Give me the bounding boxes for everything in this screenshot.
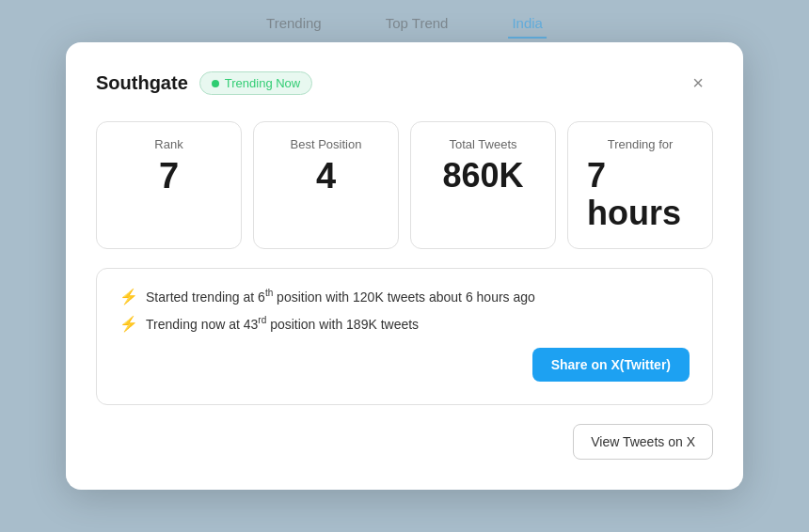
trending-badge-label: Trending Now [225, 76, 300, 90]
info-line-2: ⚡ Trending now at 43rd position with 189… [119, 315, 690, 333]
stat-value-total-tweets: 860K [442, 157, 523, 195]
bg-nav-india: India [508, 9, 547, 39]
stat-label-trending-for: Trending for [608, 137, 674, 151]
lightning-icon-1: ⚡ [119, 288, 138, 305]
info-line-1: ⚡ Started trending at 6th position with … [119, 288, 690, 305]
bg-nav-trending: Trending [262, 9, 325, 39]
close-icon: × [692, 72, 704, 94]
stat-value-best-position: 4 [316, 157, 336, 196]
modal-title-group: Southgate Trending Now [96, 71, 312, 95]
stat-value-rank: 7 [159, 157, 179, 196]
stat-card-best-position: Best Position 4 [253, 121, 399, 249]
stat-value-trending-for: 7 hours [587, 157, 693, 231]
stats-row: Rank 7 Best Position 4 Total Tweets 860K… [96, 121, 713, 249]
modal-footer: View Tweets on X [96, 424, 713, 460]
trending-badge: Trending Now [199, 71, 312, 95]
background-nav: Trending Top Trend India [262, 9, 547, 39]
lightning-icon-2: ⚡ [119, 315, 138, 333]
close-button[interactable]: × [683, 69, 713, 99]
stat-card-trending-for: Trending for 7 hours [567, 121, 713, 249]
share-btn-row: Share on X(Twitter) [119, 348, 690, 382]
info-line-1-text: Started trending at 6th position with 12… [146, 288, 535, 305]
modal-header: Southgate Trending Now × [96, 69, 713, 99]
stat-label-total-tweets: Total Tweets [449, 137, 516, 151]
info-line-2-text: Trending now at 43rd position with 189K … [146, 315, 419, 332]
share-button[interactable]: Share on X(Twitter) [532, 348, 690, 382]
stat-label-best-position: Best Position [291, 137, 362, 151]
modal-dialog: Southgate Trending Now × Rank 7 Best Pos… [66, 42, 743, 490]
view-tweets-button[interactable]: View Tweets on X [573, 424, 713, 460]
info-box: ⚡ Started trending at 6th position with … [96, 268, 713, 405]
stat-card-total-tweets: Total Tweets 860K [410, 121, 556, 249]
bg-nav-top-trend: Top Trend [382, 9, 452, 39]
modal-title: Southgate [96, 72, 188, 94]
stat-card-rank: Rank 7 [96, 121, 242, 249]
stat-label-rank: Rank [154, 137, 182, 151]
trending-badge-dot [212, 80, 219, 87]
